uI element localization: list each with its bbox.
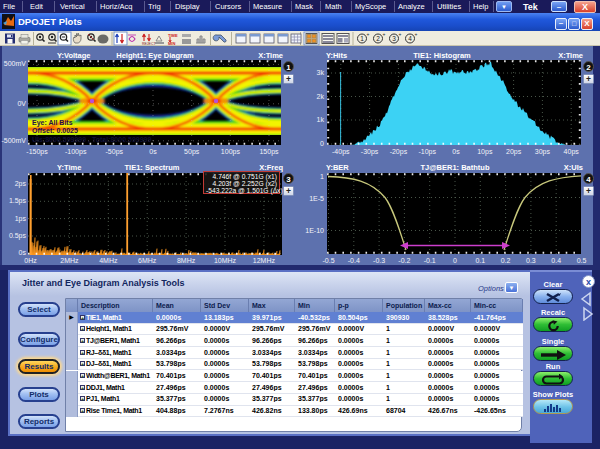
svg-text:4: 4	[408, 35, 412, 42]
svg-text:Offset: 0.0025: Offset: 0.0025	[32, 127, 78, 134]
svg-text:TIME: TIME	[168, 33, 178, 38]
svg-text:+: +	[383, 31, 386, 37]
svg-text:1: 1	[360, 35, 364, 42]
svg-text:UIs:8000.599999 , Total:8000.5: UIs:8000.599999 , Total:8000.599999	[32, 136, 151, 144]
svg-text:2: 2	[376, 35, 380, 42]
svg-text:+: +	[399, 31, 402, 37]
svg-text:+: +	[415, 31, 418, 37]
svg-text:Eye: All Bits: Eye: All Bits	[32, 119, 73, 127]
svg-text:+: +	[367, 31, 370, 37]
svg-text:3: 3	[392, 35, 396, 42]
